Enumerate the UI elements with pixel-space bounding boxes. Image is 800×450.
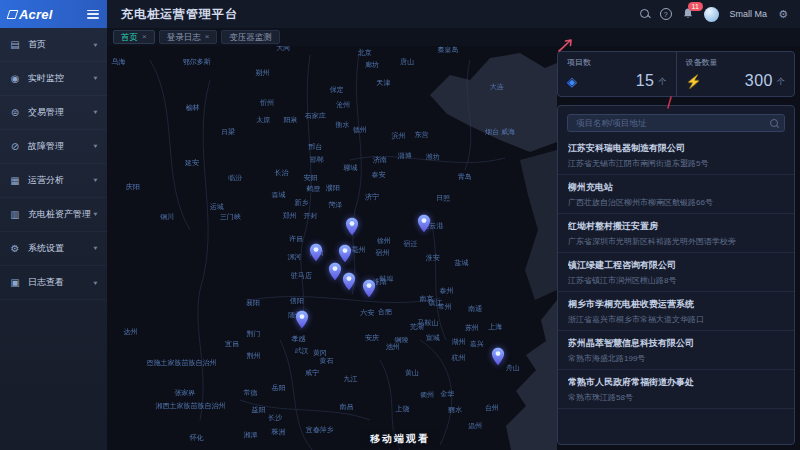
search-icon[interactable] [770, 119, 778, 127]
sidebar-item-log[interactable]: ▣ 日志查看 ▼ [0, 266, 107, 300]
analysis-icon: ▦ [8, 175, 22, 186]
sidebar-item-home[interactable]: ▤ 首页 ▼ [0, 28, 107, 62]
close-icon[interactable]: × [205, 33, 210, 41]
project-name: 镇江绿建工程咨询有限公司 [568, 259, 784, 272]
tab-label: 变压器监测 [229, 33, 272, 42]
project-name: 江苏安科瑞电器制造有限公司 [568, 142, 784, 155]
yellow-sea-strip [520, 150, 557, 300]
search-icon[interactable] [640, 9, 649, 20]
project-search-box[interactable] [567, 114, 785, 132]
sidebar-item-label: 充电桩资产管理 [28, 208, 92, 221]
gear-icon[interactable]: ⚙ [778, 8, 788, 21]
chevron-down-icon: ▼ [92, 212, 99, 218]
sidebar-item-label: 实时监控 [28, 72, 92, 85]
fault-icon: ⊘ [8, 141, 22, 152]
project-search-input[interactable] [574, 117, 770, 129]
monitor-icon: ◉ [8, 73, 22, 84]
project-address: 江苏省无锡市江阴市南闸街道东盟路5号 [568, 158, 784, 169]
tab-label: 首页 [121, 33, 138, 42]
log-icon: ▣ [8, 277, 22, 288]
home-icon: ▤ [8, 39, 22, 50]
transaction-icon: ⊜ [8, 107, 22, 118]
notification-bell-icon[interactable]: 11 [683, 8, 693, 21]
project-address: 江苏省镇江市润州区檀山路8号 [568, 275, 784, 286]
map-pin-icon[interactable] [362, 279, 376, 298]
project-list-card: 江苏安科瑞电器制造有限公司 江苏省无锡市江阴市南闸街道东盟路5号 柳州充电站 广… [557, 105, 795, 445]
sidebar-item-label: 首页 [28, 38, 92, 51]
sidebar-item-transaction[interactable]: ⊜ 交易管理 ▼ [0, 96, 107, 130]
tab[interactable]: 变压器监测 [221, 30, 280, 45]
settings-icon: ⚙ [8, 243, 22, 254]
chevron-down-icon: ▼ [92, 246, 99, 252]
map-pin-icon[interactable] [338, 244, 352, 263]
tab[interactable]: 首页 × [113, 30, 155, 45]
bohai-sea [430, 53, 557, 152]
avatar[interactable] [704, 7, 719, 22]
stat-unit: 个 [659, 76, 667, 87]
east-china-sea [506, 300, 557, 450]
project-list-item[interactable]: 常熟市人民政府常福街道办事处 常熟市珠江路58号 [558, 370, 794, 409]
sidebar-item-label: 系统设置 [28, 242, 92, 255]
map-pin-icon[interactable] [345, 217, 359, 236]
project-list-item[interactable]: 红坳村整村搬迁安置房 广东省深圳市光明新区科裕路光明外国语学校旁 [558, 214, 794, 253]
sidebar-item-label: 日志查看 [28, 276, 92, 289]
logo-mark-icon [7, 10, 19, 19]
chevron-down-icon: ▼ [92, 280, 99, 286]
tab-bar: 首页 × 登录日志 × 变压器监测 [107, 28, 800, 46]
stat-value: 300 [745, 72, 773, 90]
logo-area: Acrel [0, 0, 107, 28]
project-address: 广西壮族自治区柳州市柳南区航银路66号 [568, 197, 784, 208]
asset-icon: ▥ [8, 209, 22, 220]
project-list-item[interactable]: 柳州充电站 广西壮族自治区柳州市柳南区航银路66号 [558, 175, 794, 214]
sidebar-item-monitor[interactable]: ◉ 实时监控 ▼ [0, 62, 107, 96]
chevron-down-icon: ▼ [92, 144, 99, 150]
project-list-item[interactable]: 桐乡市学桐充电桩收费运营系统 浙江省嘉兴市桐乡市常福大道文华路口 [558, 292, 794, 331]
map-pin-icon[interactable] [417, 214, 431, 233]
map-pin-icon[interactable] [491, 347, 505, 366]
stat-unit: 个 [777, 76, 785, 87]
close-icon[interactable]: × [142, 33, 147, 41]
notification-badge: 11 [688, 2, 703, 11]
mobile-view-button[interactable]: 移动端观看 [360, 430, 440, 448]
chevron-down-icon: ▼ [92, 76, 99, 82]
layers-icon: ◈ [567, 74, 585, 89]
map-pin-icon[interactable] [309, 243, 323, 262]
sidebar-item-analysis[interactable]: ▦ 运营分析 ▼ [0, 164, 107, 198]
map-pin-icon[interactable] [295, 310, 309, 329]
yangtze-river [230, 313, 540, 336]
project-address: 广东省深圳市光明新区科裕路光明外国语学校旁 [568, 236, 784, 247]
sidebar-item-label: 运营分析 [28, 174, 92, 187]
tab[interactable]: 登录日志 × [159, 30, 218, 45]
project-list-item[interactable]: 苏州晶萃智慧信息科技有限公司 常熟市海盛北路199号 [558, 331, 794, 370]
logo-text: Acrel [19, 7, 53, 22]
project-address: 常熟市珠江路58号 [568, 392, 784, 403]
help-icon[interactable]: ? [660, 8, 672, 21]
project-list-item[interactable]: 江苏安科瑞电器制造有限公司 江苏省无锡市江阴市南闸街道东盟路5号 [558, 136, 794, 175]
map-pin-icon[interactable] [342, 272, 356, 291]
stat-label: 设备数量 [686, 57, 786, 68]
charger-icon: ⚡ [686, 74, 704, 89]
acrel-logo: Acrel [8, 7, 53, 22]
username: Small Ma [730, 9, 768, 19]
sidebar-item-settings[interactable]: ⚙ 系统设置 ▼ [0, 232, 107, 266]
app-window: 乌海鄂尔多斯大同朔州北京廊坊唐山秦皇岛天津保定大连榆林忻州石家庄阳泉沧州太原吕梁… [0, 0, 800, 450]
project-list-item[interactable]: 镇江绿建工程咨询有限公司 江苏省镇江市润州区檀山路8号 [558, 253, 794, 292]
project-name: 常熟市人民政府常福街道办事处 [568, 376, 784, 389]
header-actions: ? 11 Small Ma ⚙ [640, 7, 800, 22]
sidebar-item-fault[interactable]: ⊘ 故障管理 ▼ [0, 130, 107, 164]
map-pin-icon[interactable] [328, 262, 342, 281]
project-address: 浙江省嘉兴市桐乡市常福大道文华路口 [568, 314, 784, 325]
project-name: 柳州充电站 [568, 181, 784, 194]
chevron-down-icon: ▼ [92, 110, 99, 116]
stat-label: 项目数 [567, 57, 667, 68]
page-title: 充电桩运营管理平台 [121, 6, 238, 23]
sidebar-item-asset[interactable]: ▥ 充电桩资产管理 ▼ [0, 198, 107, 232]
tab-label: 登录日志 [167, 33, 201, 42]
stats-card: 项目数 ◈ 15 个 设备数量 ⚡ 300 个 [557, 51, 795, 97]
sidebar-item-label: 交易管理 [28, 106, 92, 119]
chevron-down-icon: ▼ [92, 42, 99, 48]
stat-cell: 项目数 ◈ 15 个 [558, 52, 676, 96]
project-name: 苏州晶萃智慧信息科技有限公司 [568, 337, 784, 350]
menu-toggle-icon[interactable] [87, 10, 99, 19]
project-address: 常熟市海盛北路199号 [568, 353, 784, 364]
